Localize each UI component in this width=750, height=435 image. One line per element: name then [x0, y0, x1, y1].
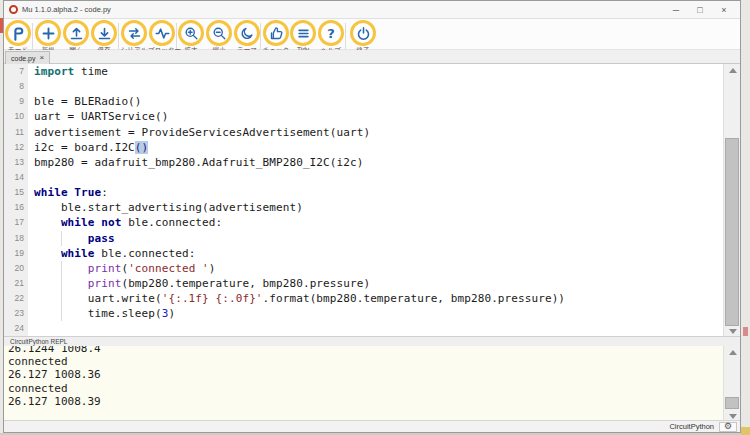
line-number: 18 [4, 231, 28, 246]
tab-bar: code.py × [4, 50, 740, 64]
tab-close-icon[interactable]: × [40, 54, 45, 62]
help-button[interactable]: ? ヘルプ [317, 20, 345, 53]
code-text: bmp280 = adafruit_bmp280.Adafruit_BMP280… [34, 155, 363, 170]
indent-guide [61, 276, 62, 291]
code-line[interactable]: 12i2c = board.I2C() [4, 140, 740, 155]
code-line[interactable]: 15while True: [4, 185, 740, 200]
circuitpython-repl[interactable]: 26.1244 1008.4connected26.127 1008.36con… [4, 346, 740, 422]
check-button[interactable]: チェック [262, 20, 290, 53]
code-line[interactable]: 21 print(bmp280.temperature, bmp280.pres… [4, 276, 740, 291]
code-line[interactable]: 9ble = BLERadio() [4, 94, 740, 109]
code-line[interactable]: 10uart = UARTService() [4, 109, 740, 124]
current-mode-label: CircuitPython [669, 422, 714, 431]
mu-editor-window: Mu 1.1.0.alpha.2 - code.py ─ □ × モード 新規 [3, 0, 741, 433]
code-line[interactable]: 14 [4, 170, 740, 185]
code-line[interactable]: 20 print('connected ') [4, 261, 740, 276]
editor-scrollbar[interactable] [723, 64, 740, 337]
background-pink-fragment [743, 327, 748, 336]
repl-scrollbar-thumb[interactable] [725, 397, 739, 409]
code-text: while ble.connected: [34, 246, 195, 261]
tab-label: code.py [11, 55, 36, 62]
line-number: 22 [4, 291, 28, 306]
line-number: 11 [4, 125, 28, 140]
indent-guide [61, 261, 62, 276]
zoom-out-button[interactable]: 縮小 [205, 20, 233, 53]
scroll-down-icon[interactable] [724, 325, 740, 337]
code-line[interactable]: 7import time [4, 64, 740, 79]
new-button[interactable]: 新規 [34, 20, 62, 53]
thumbs-up-icon [263, 20, 289, 46]
code-text: advertisement = ProvideServicesAdvertise… [34, 125, 370, 140]
line-number: 20 [4, 261, 28, 276]
open-arrow-up-icon [63, 20, 89, 46]
line-number: 14 [4, 170, 28, 185]
repl-output-line: connected [8, 355, 740, 368]
code-text: pass [34, 231, 115, 246]
mode-button[interactable]: モード [4, 20, 32, 53]
save-button[interactable]: 保存 [90, 20, 118, 53]
repl-output-line: 26.127 1008.39 [8, 395, 740, 408]
zoom-out-icon [206, 20, 232, 46]
toolbar-separator [345, 23, 346, 49]
code-line[interactable]: 18 pass [4, 231, 740, 246]
tab-code-py[interactable]: code.py × [5, 51, 50, 64]
code-line[interactable]: 16 ble.start_advertising(advertisement) [4, 200, 740, 215]
line-number: 23 [4, 306, 28, 321]
line-number: 15 [4, 185, 28, 200]
serial-button[interactable]: シリアル [120, 20, 148, 53]
close-button[interactable]: × [712, 1, 736, 19]
code-text: ble = BLERadio() [34, 94, 142, 109]
code-text: i2c = board.I2C() [34, 140, 148, 155]
indent-guide [61, 306, 62, 321]
line-number: 7 [4, 64, 28, 79]
open-button[interactable]: 開く [62, 20, 90, 53]
code-line[interactable]: 19 while ble.connected: [4, 246, 740, 261]
theme-button[interactable]: テーマ [233, 20, 261, 53]
line-number: 12 [4, 140, 28, 155]
editor-scrollbar-thumb[interactable] [725, 138, 739, 326]
code-line[interactable]: 23 time.sleep(3) [4, 306, 740, 321]
code-line[interactable]: 22 uart.write('{:.1f} {:.0f}'.format(bmp… [4, 291, 740, 306]
background-yellow-fragment [741, 427, 750, 435]
gear-icon: ⚙ [724, 422, 732, 431]
scroll-up-icon[interactable] [724, 346, 740, 358]
indent-guide [61, 231, 62, 246]
save-arrow-down-icon [91, 20, 117, 46]
line-number: 13 [4, 155, 28, 170]
code-line[interactable]: 13bmp280 = adafruit_bmp280.Adafruit_BMP2… [4, 155, 740, 170]
serial-arrows-icon [121, 20, 147, 46]
code-text: time.sleep(3) [34, 306, 175, 321]
code-line[interactable]: 24 [4, 321, 740, 336]
code-line[interactable]: 11advertisement = ProvideServicesAdverti… [4, 125, 740, 140]
toolbar-separator [260, 23, 261, 49]
tidy-button[interactable]: Tidy [289, 20, 317, 53]
plus-icon [35, 20, 61, 46]
theme-moon-icon [234, 20, 260, 46]
scroll-up-icon[interactable] [724, 64, 740, 76]
code-text: while True: [34, 185, 108, 200]
maximize-button[interactable]: □ [688, 1, 712, 19]
repl-output-line: 26.1244 1008.4 [8, 346, 740, 355]
code-line[interactable]: 17 while not ble.connected: [4, 215, 740, 230]
code-text: while not ble.connected: [34, 215, 222, 230]
line-number: 10 [4, 109, 28, 124]
code-editor[interactable]: 7import time89ble = BLERadio()10uart = U… [4, 64, 740, 337]
repl-scrollbar[interactable] [723, 346, 740, 422]
quit-power-icon [350, 20, 376, 46]
indent-guide [61, 291, 62, 306]
zoom-in-icon [178, 20, 204, 46]
quit-button[interactable]: 終了 [349, 20, 377, 53]
line-number: 21 [4, 276, 28, 291]
settings-button[interactable]: ⚙ [719, 422, 737, 432]
mu-app-icon [9, 5, 18, 14]
tidy-lines-icon [290, 20, 316, 46]
titlebar[interactable]: Mu 1.1.0.alpha.2 - code.py ─ □ × [4, 1, 740, 19]
plotter-button[interactable]: プロッター [148, 20, 176, 53]
line-number: 19 [4, 246, 28, 261]
minimize-button[interactable]: ─ [664, 1, 688, 19]
zoom-in-button[interactable]: 拡大 [177, 20, 205, 53]
line-number: 17 [4, 215, 28, 230]
mode-flag-icon [5, 20, 31, 46]
line-number: 24 [4, 321, 28, 336]
code-line[interactable]: 8 [4, 79, 740, 94]
